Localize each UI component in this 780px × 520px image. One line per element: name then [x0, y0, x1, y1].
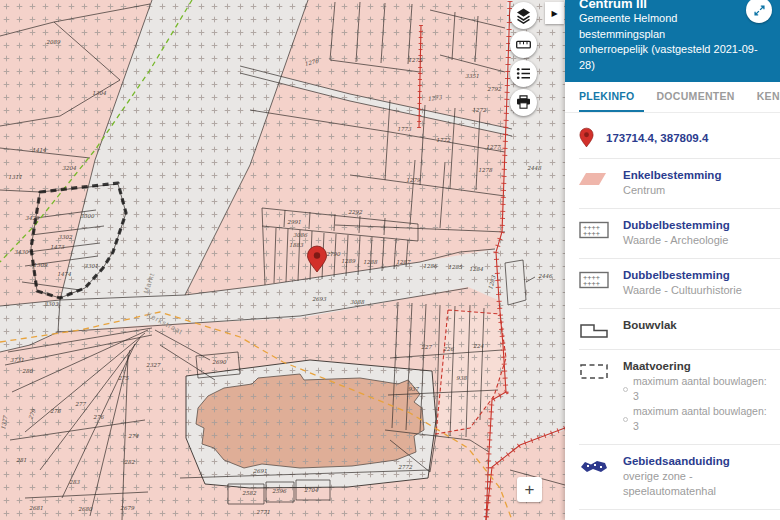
- map-label: 2680: [78, 506, 92, 512]
- map-label: 280: [22, 368, 33, 374]
- map-label: 1311: [8, 174, 22, 180]
- legend-end-divider: [579, 509, 780, 510]
- map-label: 3429: [25, 215, 39, 221]
- map-label: 1277: [486, 144, 501, 150]
- expand-icon: [752, 3, 767, 18]
- measure-button[interactable]: [510, 31, 537, 58]
- map-label: 2772: [398, 464, 412, 470]
- legend-title: Maatvoering: [623, 359, 770, 374]
- bullet-dot: [623, 387, 628, 392]
- map-label: 938: [456, 375, 467, 381]
- map-label: 1773: [397, 126, 411, 132]
- map-label: 2690: [212, 359, 226, 365]
- layers-icon: [515, 7, 532, 24]
- map-label: 2681: [29, 505, 43, 511]
- legend-title: Dubbelbestemming: [623, 218, 770, 233]
- legend-subtitle: Centrum: [623, 183, 770, 198]
- tab-documenten[interactable]: DOCUMENTEN: [656, 82, 744, 112]
- map-label: 2089: [46, 39, 60, 45]
- map-label: 2679: [120, 505, 134, 511]
- maatvoering-swatch-icon: [579, 359, 615, 380]
- map-label: 1286: [423, 263, 437, 269]
- bouwvlak-swatch-icon: [579, 318, 615, 339]
- expand-plan-button[interactable]: [746, 0, 772, 23]
- map-label: 1275: [408, 57, 422, 63]
- map-label: 2704: [304, 487, 318, 493]
- map-canvas[interactable]: 2089130414143204131134293300330214733430…: [0, 0, 565, 520]
- zoom-in-button[interactable]: +: [517, 477, 542, 502]
- map-label: 224: [473, 343, 484, 349]
- legend-dubbelbestemming-cultuurhistorie: ++++ ++++ Dubbelbestemming Waarde - Cult…: [579, 258, 780, 308]
- legend-gebiedsaanduiding: Gebiedsaanduiding overige zone - speelau…: [579, 444, 780, 509]
- map-pin-icon: [579, 127, 594, 148]
- map-label: 1287: [396, 259, 411, 265]
- legend-enkelbestemming: Enkelbestemming Centrum: [579, 158, 780, 208]
- legend-title: Gebiedsaanduiding: [623, 454, 770, 469]
- plan-viewer: 2089130414143204131134293300330214733430…: [0, 0, 780, 520]
- plan-municipality: Gemeente Helmond: [579, 11, 766, 27]
- map-label: 1883: [289, 242, 303, 248]
- tab-plekinfo[interactable]: PLEKINFO: [579, 82, 644, 112]
- panel-tabs: PLEKINFO DOCUMENTEN KENMERKEN: [565, 82, 780, 113]
- map-label: 2582: [242, 490, 256, 496]
- map-label: 3300: [80, 213, 94, 219]
- centrum-swatch-icon: [579, 168, 615, 187]
- legend-maatvoering: Maatvoering maximum aantal bouwlagen: 3 …: [579, 349, 780, 444]
- map-label: 274: [128, 433, 139, 439]
- map-label: 1473: [50, 244, 64, 250]
- map-label: 1285: [448, 264, 462, 270]
- map-label: 3086: [293, 232, 307, 238]
- print-button[interactable]: [510, 89, 537, 116]
- map-label: 2596: [272, 488, 286, 494]
- map-label: 277: [75, 401, 87, 407]
- map-label: 2327: [146, 362, 161, 368]
- map-label: 3731: [10, 357, 24, 363]
- bullet-dot: [623, 417, 628, 422]
- info-panel: Centrum III Gemeente Helmond bestemmings…: [565, 0, 780, 520]
- ruler-icon: [515, 36, 532, 53]
- map-label: 282: [124, 459, 135, 465]
- panel-collapse-toggle[interactable]: ▶: [545, 2, 564, 24]
- map-label: 1414: [32, 147, 46, 153]
- printer-icon: [515, 94, 532, 111]
- map-label: 1284: [469, 266, 483, 272]
- map-label: 278: [50, 408, 61, 414]
- map-label: 2446: [538, 273, 552, 279]
- legend-title: Enkelbestemming: [623, 168, 770, 183]
- legend-subtitle: Waarde - Cultuurhistorie: [623, 283, 770, 298]
- map-label: 937: [408, 386, 420, 392]
- map-label: 3430: [14, 249, 28, 255]
- map-area[interactable]: 2089130414143204131134293300330214733430…: [0, 0, 565, 520]
- clicked-coordinates: 173714.4, 387809.4: [606, 132, 708, 144]
- legend-subtitle: overige zone - speelautomatenhal: [623, 469, 770, 499]
- maatvoering-bullet: maximum aantal bouwlagen: 3: [623, 404, 770, 434]
- map-label: 1309: [33, 262, 47, 268]
- map-label: 2771: [256, 509, 270, 515]
- map-label: 2691: [253, 468, 267, 474]
- plan-header: Centrum III Gemeente Helmond bestemmings…: [565, 0, 780, 82]
- plus-hatch-swatch-icon: ++++ ++++: [579, 268, 615, 289]
- map-label: 227: [421, 344, 433, 350]
- map-label: 2292: [348, 209, 362, 215]
- map-label: 226: [443, 346, 454, 352]
- svg-text:++++: ++++: [583, 280, 600, 288]
- tab-kenmerken[interactable]: KENMERKEN: [757, 82, 780, 112]
- map-label: 1288: [363, 259, 377, 265]
- map-label: 276: [93, 414, 104, 420]
- map-label: 3303: [44, 301, 58, 307]
- map-label: 275: [118, 375, 129, 381]
- map-label: 2790: [326, 251, 340, 257]
- legend-bouwvlak: Bouwvlak: [579, 308, 780, 349]
- legend-title: Dubbelbestemming: [623, 268, 770, 283]
- layers-button[interactable]: [510, 2, 537, 29]
- svg-text:++++: ++++: [583, 230, 600, 238]
- coordinates-row: 173714.4, 387809.4: [565, 121, 780, 158]
- map-label: 1272: [472, 107, 486, 113]
- map-label: 1289: [341, 258, 355, 264]
- plekinfo-content: 173714.4, 387809.4 Enkelbestemming Centr…: [565, 113, 780, 510]
- list-icon: [515, 65, 532, 82]
- map-label: 3302: [58, 234, 72, 240]
- legend-list-button[interactable]: [510, 60, 537, 87]
- maatvoering-bullet: maximum aantal bouwlagen: 3: [623, 374, 770, 404]
- plus-hatch-overlay: [0, 0, 565, 520]
